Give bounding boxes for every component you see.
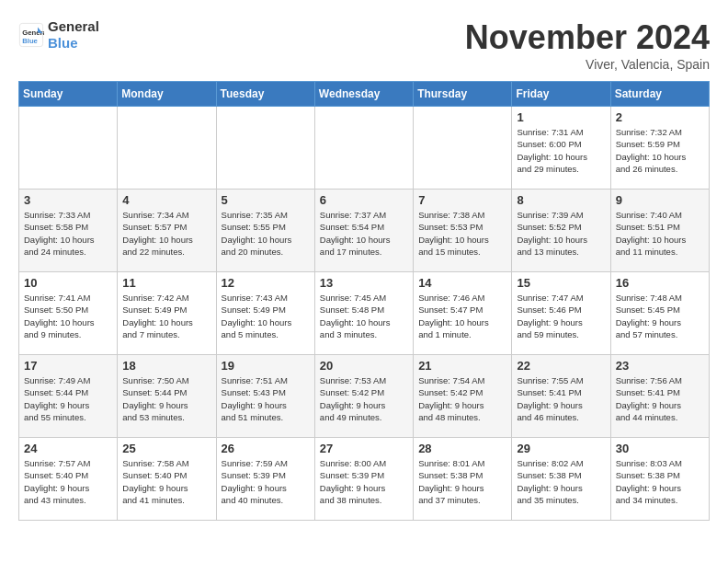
day-cell: 29Sunrise: 8:02 AM Sunset: 5:38 PM Dayli… xyxy=(512,438,610,521)
day-info: Sunrise: 7:51 AM Sunset: 5:43 PM Dayligh… xyxy=(222,374,310,423)
header-sunday: Sunday xyxy=(19,82,118,107)
day-info: Sunrise: 7:46 AM Sunset: 5:47 PM Dayligh… xyxy=(418,292,506,340)
day-number: 3 xyxy=(24,193,112,207)
day-number: 26 xyxy=(222,442,310,455)
day-info: Sunrise: 7:56 AM Sunset: 5:41 PM Dayligh… xyxy=(616,374,704,423)
day-cell: 20Sunrise: 7:53 AM Sunset: 5:42 PM Dayli… xyxy=(314,355,413,438)
logo: General Blue General Blue xyxy=(18,18,99,52)
day-cell: 27Sunrise: 8:00 AM Sunset: 5:39 PM Dayli… xyxy=(314,438,413,521)
day-number: 13 xyxy=(320,276,408,290)
day-number: 30 xyxy=(616,442,704,455)
day-number: 23 xyxy=(616,359,704,373)
day-info: Sunrise: 7:42 AM Sunset: 5:49 PM Dayligh… xyxy=(122,292,210,340)
day-number: 9 xyxy=(616,193,704,207)
day-info: Sunrise: 7:32 AM Sunset: 5:59 PM Dayligh… xyxy=(616,126,704,175)
logo-icon: General Blue xyxy=(18,22,44,48)
location: Viver, Valencia, Spain xyxy=(465,57,710,72)
day-cell: 15Sunrise: 7:47 AM Sunset: 5:46 PM Dayli… xyxy=(512,272,610,355)
day-info: Sunrise: 7:47 AM Sunset: 5:46 PM Dayligh… xyxy=(517,292,605,340)
week-row-2: 3Sunrise: 7:33 AM Sunset: 5:58 PM Daylig… xyxy=(19,190,710,272)
day-info: Sunrise: 7:33 AM Sunset: 5:58 PM Dayligh… xyxy=(24,209,112,258)
header-friday: Friday xyxy=(512,82,610,107)
logo-general: General xyxy=(48,18,99,34)
day-cell: 5Sunrise: 7:35 AM Sunset: 5:55 PM Daylig… xyxy=(216,190,314,272)
day-number: 15 xyxy=(517,276,605,290)
day-number: 22 xyxy=(517,359,605,373)
day-number: 25 xyxy=(122,442,210,455)
day-info: Sunrise: 7:59 AM Sunset: 5:39 PM Dayligh… xyxy=(222,457,310,506)
logo-blue: Blue xyxy=(48,35,99,52)
day-number: 28 xyxy=(418,442,506,455)
day-cell xyxy=(414,107,512,190)
day-cell: 25Sunrise: 7:58 AM Sunset: 5:40 PM Dayli… xyxy=(118,438,216,521)
day-info: Sunrise: 7:31 AM Sunset: 6:00 PM Dayligh… xyxy=(517,126,605,175)
day-number: 16 xyxy=(616,276,704,290)
header-tuesday: Tuesday xyxy=(216,82,314,107)
day-info: Sunrise: 7:49 AM Sunset: 5:44 PM Dayligh… xyxy=(24,374,112,423)
day-cell: 22Sunrise: 7:55 AM Sunset: 5:41 PM Dayli… xyxy=(512,355,610,438)
day-number: 14 xyxy=(418,276,506,290)
day-info: Sunrise: 7:38 AM Sunset: 5:53 PM Dayligh… xyxy=(418,209,506,258)
day-number: 20 xyxy=(320,359,408,373)
day-number: 24 xyxy=(24,442,112,455)
day-info: Sunrise: 8:03 AM Sunset: 5:38 PM Dayligh… xyxy=(616,457,704,506)
day-number: 7 xyxy=(418,193,506,207)
day-number: 19 xyxy=(222,359,310,373)
day-cell: 19Sunrise: 7:51 AM Sunset: 5:43 PM Dayli… xyxy=(216,355,314,438)
week-row-5: 24Sunrise: 7:57 AM Sunset: 5:40 PM Dayli… xyxy=(19,438,710,521)
week-row-4: 17Sunrise: 7:49 AM Sunset: 5:44 PM Dayli… xyxy=(19,355,710,438)
header-saturday: Saturday xyxy=(610,82,709,107)
day-cell: 9Sunrise: 7:40 AM Sunset: 5:51 PM Daylig… xyxy=(610,190,709,272)
day-info: Sunrise: 7:55 AM Sunset: 5:41 PM Dayligh… xyxy=(517,374,605,423)
day-cell: 18Sunrise: 7:50 AM Sunset: 5:44 PM Dayli… xyxy=(118,355,216,438)
day-number: 8 xyxy=(517,193,605,207)
day-number: 27 xyxy=(320,442,408,455)
day-info: Sunrise: 7:57 AM Sunset: 5:40 PM Dayligh… xyxy=(24,457,112,506)
day-number: 17 xyxy=(24,359,112,373)
day-info: Sunrise: 7:50 AM Sunset: 5:44 PM Dayligh… xyxy=(122,374,210,423)
day-cell: 1Sunrise: 7:31 AM Sunset: 6:00 PM Daylig… xyxy=(512,107,610,190)
day-info: Sunrise: 7:53 AM Sunset: 5:42 PM Dayligh… xyxy=(320,374,408,423)
day-number: 21 xyxy=(418,359,506,373)
day-cell: 2Sunrise: 7:32 AM Sunset: 5:59 PM Daylig… xyxy=(610,107,709,190)
day-cell: 4Sunrise: 7:34 AM Sunset: 5:57 PM Daylig… xyxy=(118,190,216,272)
week-row-3: 10Sunrise: 7:41 AM Sunset: 5:50 PM Dayli… xyxy=(19,272,710,355)
day-cell: 14Sunrise: 7:46 AM Sunset: 5:47 PM Dayli… xyxy=(414,272,512,355)
day-number: 12 xyxy=(222,276,310,290)
header-wednesday: Wednesday xyxy=(314,82,413,107)
day-cell: 10Sunrise: 7:41 AM Sunset: 5:50 PM Dayli… xyxy=(19,272,118,355)
day-number: 5 xyxy=(222,193,310,207)
day-cell: 7Sunrise: 7:38 AM Sunset: 5:53 PM Daylig… xyxy=(414,190,512,272)
page-header: General Blue General Blue November 2024 … xyxy=(18,18,710,72)
day-info: Sunrise: 7:34 AM Sunset: 5:57 PM Dayligh… xyxy=(122,209,210,258)
day-number: 6 xyxy=(320,193,408,207)
day-cell: 6Sunrise: 7:37 AM Sunset: 5:54 PM Daylig… xyxy=(314,190,413,272)
day-info: Sunrise: 7:35 AM Sunset: 5:55 PM Dayligh… xyxy=(222,209,310,258)
day-cell: 30Sunrise: 8:03 AM Sunset: 5:38 PM Dayli… xyxy=(610,438,709,521)
day-info: Sunrise: 7:58 AM Sunset: 5:40 PM Dayligh… xyxy=(122,457,210,506)
day-cell xyxy=(118,107,216,190)
day-info: Sunrise: 8:01 AM Sunset: 5:38 PM Dayligh… xyxy=(418,457,506,506)
calendar-table: SundayMondayTuesdayWednesdayThursdayFrid… xyxy=(18,81,710,521)
day-cell xyxy=(314,107,413,190)
day-cell xyxy=(19,107,118,190)
day-cell: 11Sunrise: 7:42 AM Sunset: 5:49 PM Dayli… xyxy=(118,272,216,355)
day-cell: 24Sunrise: 7:57 AM Sunset: 5:40 PM Dayli… xyxy=(19,438,118,521)
day-info: Sunrise: 7:39 AM Sunset: 5:52 PM Dayligh… xyxy=(517,209,605,258)
title-block: November 2024 Viver, Valencia, Spain xyxy=(465,18,710,72)
day-info: Sunrise: 7:54 AM Sunset: 5:42 PM Dayligh… xyxy=(418,374,506,423)
day-cell: 3Sunrise: 7:33 AM Sunset: 5:58 PM Daylig… xyxy=(19,190,118,272)
day-info: Sunrise: 8:02 AM Sunset: 5:38 PM Dayligh… xyxy=(517,457,605,506)
day-info: Sunrise: 7:37 AM Sunset: 5:54 PM Dayligh… xyxy=(320,209,408,258)
day-cell: 16Sunrise: 7:48 AM Sunset: 5:45 PM Dayli… xyxy=(610,272,709,355)
svg-text:Blue: Blue xyxy=(22,37,38,45)
day-cell: 8Sunrise: 7:39 AM Sunset: 5:52 PM Daylig… xyxy=(512,190,610,272)
day-number: 11 xyxy=(122,276,210,290)
day-number: 29 xyxy=(517,442,605,455)
day-cell: 13Sunrise: 7:45 AM Sunset: 5:48 PM Dayli… xyxy=(314,272,413,355)
day-cell xyxy=(216,107,314,190)
day-cell: 21Sunrise: 7:54 AM Sunset: 5:42 PM Dayli… xyxy=(414,355,512,438)
day-number: 18 xyxy=(122,359,210,373)
week-row-1: 1Sunrise: 7:31 AM Sunset: 6:00 PM Daylig… xyxy=(19,107,710,190)
day-info: Sunrise: 8:00 AM Sunset: 5:39 PM Dayligh… xyxy=(320,457,408,506)
